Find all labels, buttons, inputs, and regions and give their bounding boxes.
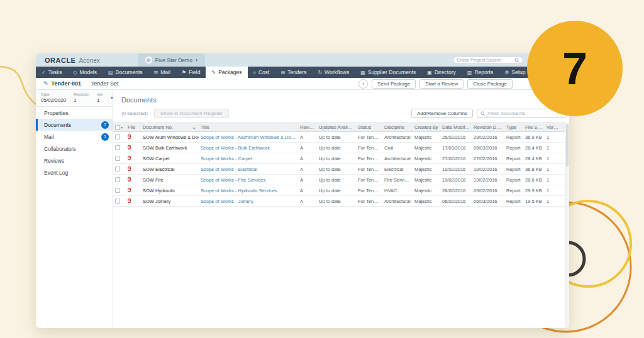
cell-status: For Tender <box>356 199 382 204</box>
sidebar-item-documents[interactable]: Documents7 <box>36 119 113 131</box>
sidebar-item-properties[interactable]: Properties <box>36 107 113 119</box>
back-button[interactable]: ‹ <box>358 79 368 89</box>
tab-packages[interactable]: ✎Packages <box>206 67 247 78</box>
sidebar-item-collaborators[interactable]: Collaborators <box>36 143 113 155</box>
send-package-button[interactable]: Send Package <box>372 79 416 89</box>
oracle-aconex-logo: ORACLE Aconex <box>36 57 100 64</box>
tab-setup[interactable]: ⚙Setup <box>499 67 531 78</box>
tab-reports[interactable]: ▥Reports <box>462 67 499 78</box>
cell-type: Report <box>504 188 523 194</box>
column-header-version[interactable]: Version <box>545 124 562 130</box>
row-checkbox[interactable] <box>115 177 120 182</box>
scrollbar-thumb[interactable] <box>566 124 569 166</box>
tab-workflows[interactable]: ↻Workflows <box>312 67 355 78</box>
pdf-icon[interactable]: A <box>128 134 131 139</box>
column-header-file[interactable]: File <box>126 124 141 130</box>
sidebar-item-mail[interactable]: Mail1 <box>36 131 113 143</box>
column-header-type[interactable]: Type <box>504 124 523 130</box>
cell-updates: Up to date <box>317 177 356 183</box>
tab-mail[interactable]: ✉Mail <box>148 67 176 78</box>
vertical-scrollbar[interactable] <box>565 123 569 328</box>
cell-revision: A <box>298 177 317 183</box>
sidebar-item-label: Event Log <box>44 170 68 176</box>
row-checkbox[interactable] <box>115 145 120 150</box>
tab-documents[interactable]: ▤Documents <box>103 67 148 78</box>
file-cell: A <box>126 165 141 173</box>
documents-panel: Documents (0 selected) Show in Document … <box>113 90 569 328</box>
tab-tenders[interactable]: ⊞Tenders <box>275 67 312 78</box>
document-title-link[interactable]: Scope of Works - Joinery <box>201 199 253 204</box>
column-header-discipline[interactable]: Discipline <box>382 124 413 130</box>
start-review-button[interactable]: Start a Review <box>419 79 464 89</box>
pdf-icon[interactable]: A <box>128 199 131 203</box>
row-checkbox[interactable] <box>115 166 120 172</box>
tab-label: Documents <box>116 69 143 75</box>
cross-project-search[interactable] <box>453 56 523 64</box>
meta-value: 05/02/2020 <box>41 97 66 103</box>
row-checkbox[interactable] <box>115 156 120 161</box>
pdf-icon[interactable]: A <box>128 145 131 150</box>
table-row: ASOW CarpetScope of Works - CarpetAUp to… <box>113 153 565 164</box>
column-header-created-by[interactable]: Created By <box>413 124 440 130</box>
filter-search-icon <box>480 111 486 116</box>
column-header-title[interactable]: Title <box>199 124 298 130</box>
cell-file-size: 29.9 KB <box>523 188 545 194</box>
breadcrumb-package-id[interactable]: Tender-001 <box>52 80 81 87</box>
chevron-down-icon: ▾ <box>196 58 198 63</box>
row-checkbox[interactable] <box>115 134 120 139</box>
column-header-updates-available[interactable]: Updates Available <box>317 124 356 130</box>
tab-models[interactable]: ◇Models <box>67 67 103 78</box>
document-title-link[interactable]: Scope of Works - Electrical <box>201 166 257 172</box>
document-title-link[interactable]: Scope of Works - Hydraulic Services <box>201 188 277 194</box>
edit-package-icon: ✎ <box>43 80 48 87</box>
document-title-link[interactable]: Scope of Works - Aluminum Windows & Door… <box>201 134 297 140</box>
tab-label: Cost <box>258 69 269 75</box>
cell-updates: Up to date <box>317 134 356 140</box>
cell-version: 1 <box>545 156 562 161</box>
cell-doc-no: SOW Carpet <box>141 156 199 161</box>
tab-cost[interactable]: ¤Cost <box>248 67 275 78</box>
pdf-icon[interactable]: A <box>128 166 131 171</box>
cell-updates: Up to date <box>317 156 356 161</box>
tab-label: Models <box>80 69 97 75</box>
cell-file-size: 36.8 KB <box>523 166 545 172</box>
document-title-link[interactable]: Scope of Works - Carpet <box>201 156 252 161</box>
tab-tasks[interactable]: ✓Tasks <box>36 67 67 78</box>
project-selector[interactable]: ◍ Five Star Demo ▾ <box>138 53 206 67</box>
cell-status: For Tender <box>356 188 382 194</box>
column-header-file-size[interactable]: File Size <box>523 124 545 130</box>
column-header-revision[interactable]: Revision <box>298 124 317 130</box>
document-title-link[interactable]: Scope of Works - Fire Services <box>201 177 265 183</box>
tab-label: Mail <box>160 69 170 75</box>
column-header-date-modified[interactable]: Date Modified <box>440 124 472 130</box>
pdf-icon[interactable]: A <box>128 188 131 192</box>
row-checkbox[interactable] <box>115 199 120 204</box>
tab-field[interactable]: ⚑Field <box>176 67 206 78</box>
search-input[interactable] <box>457 57 514 63</box>
document-title-link[interactable]: Scope of Works - Bulk Earthwork <box>201 145 270 151</box>
filter-documents-input[interactable] <box>488 111 563 116</box>
table-row: ASOW Alum Windows & DoorsScope of Works … <box>113 132 565 143</box>
documents-table-wrap: ▾FileDocument No.▲TitleRevisionUpdates A… <box>113 123 569 328</box>
close-package-button[interactable]: Close Package <box>467 79 513 89</box>
sidebar-item-label: Mail <box>44 134 54 140</box>
pdf-icon[interactable]: A <box>128 177 131 182</box>
select-all-checkbox[interactable] <box>115 125 120 130</box>
file-cell: A <box>126 155 141 162</box>
add-remove-columns-button[interactable]: Add/Remove Columns <box>411 109 473 118</box>
tab-supplier-documents[interactable]: ▦Supplier Documents <box>355 67 421 78</box>
pdf-icon[interactable]: A <box>128 156 131 160</box>
column-header-revision-date[interactable]: Revision Date <box>472 124 504 130</box>
sort-icon[interactable]: ▲ <box>192 126 197 129</box>
select-menu-icon[interactable]: ▾ <box>121 125 123 129</box>
tab-directory[interactable]: ▣Directory <box>421 67 462 78</box>
show-in-register-button[interactable]: Show in Document Register <box>154 109 229 118</box>
column-header-status[interactable]: Status <box>356 124 382 130</box>
sidebar-menu: PropertiesDocuments7Mail1CollaboratorsRe… <box>36 107 113 178</box>
column-header-document-no[interactable]: Document No.▲ <box>141 124 199 130</box>
row-checkbox[interactable] <box>115 188 120 193</box>
setup-icon: ⚙ <box>504 70 509 75</box>
sidebar-item-reviews[interactable]: Reviews <box>36 155 113 166</box>
sidebar-item-event-log[interactable]: Event Log <box>36 166 113 178</box>
cell-version: 1 <box>545 199 562 204</box>
